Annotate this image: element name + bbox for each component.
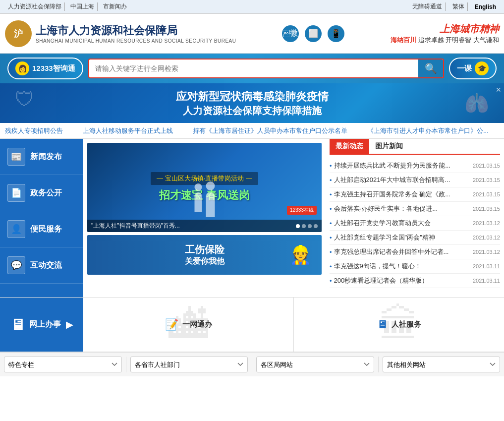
news-date-2: 2021.03.15 <box>473 191 500 197</box>
video-thumbnail[interactable]: — 宝山区大场镇·直播带岗活动 — 招才速宝 春风送岗 12333在线 "上海人… <box>87 143 322 232</box>
hotline-label: 12333智询通 <box>32 64 75 73</box>
service-icon: 👤 <box>7 220 25 238</box>
news-date-8: 2021.03.11 <box>473 278 500 284</box>
chevron-right-icon: ▶ <box>66 319 73 330</box>
english-link[interactable]: English <box>472 3 499 10</box>
header-motto: 上海城市精神 海纳百川 追求卓越 开明睿智 大气谦和 <box>391 22 499 45</box>
shield-icon: 🛡 <box>15 88 40 118</box>
motto-line2: 追求卓越 开明睿智 大气谦和 <box>418 36 499 44</box>
motto-text: 海纳百川 追求卓越 开明睿智 大气谦和 <box>391 36 499 45</box>
nav-item-service[interactable]: 👤 便民服务 <box>0 211 83 247</box>
news-date-3: 2021.03.15 <box>473 206 500 212</box>
logo-subtitle: SHANGHAI MUNICIPAL HUMAN RESOURCES AND S… <box>36 38 236 44</box>
bullet-4: • <box>330 220 332 227</box>
service-block-0[interactable]: 🏙 📝 一网通办 <box>83 298 294 352</box>
video-badge: 12333在线 <box>287 206 317 215</box>
header-social: 微 ⬜ 📱 <box>282 25 344 42</box>
bullet-0: • <box>330 162 332 170</box>
video-caption-text: "上海人社"抖音号直播带岗"首秀... <box>91 222 180 230</box>
dot-4 <box>314 224 318 228</box>
hotline-icon: 👩 <box>15 61 29 75</box>
video-banner-label: — 宝山区大场镇·直播带岗活动 — <box>151 172 258 185</box>
header: 沪 上海市人力资源和社会保障局 SHANGHAI MUNICIPAL HUMAN… <box>0 14 504 54</box>
service-block-1[interactable]: 🏛 🖥 人社服务 <box>294 298 504 352</box>
news-item-6[interactable]: • 李克强总理出席记者会并回答中外记者... 2021.03.12 <box>330 245 500 259</box>
news-date-4: 2021.03.12 <box>473 220 500 226</box>
dropdown-2[interactable]: 各区局网站 <box>256 357 374 372</box>
bullet-2: • <box>330 191 332 198</box>
ad-banner[interactable]: 工伤保险 关爱你我他 👷 <box>87 235 322 275</box>
desktop-icon: 🖥 <box>377 318 388 331</box>
ticker-item-0[interactable]: 残疾人专项招聘公告 <box>5 126 63 135</box>
nav-label-interact: 互动交流 <box>30 260 62 271</box>
wechat-icon[interactable]: ⬜ <box>305 25 322 42</box>
nav-item-news[interactable]: 📰 新闻发布 <box>0 139 83 175</box>
news-date-1: 2021.03.15 <box>473 177 500 183</box>
news-date-5: 2021.03.12 <box>473 235 500 241</box>
yike-label: 一课 <box>457 64 472 73</box>
online-services-nav[interactable]: 🖥 网上办事 ▶ <box>0 298 83 352</box>
hotline-button[interactable]: 👩 12333智询通 <box>7 58 83 79</box>
mobile-icon[interactable]: 📱 <box>328 25 344 42</box>
form-icon: 📝 <box>165 318 178 331</box>
news-list: • 持续开展练兵比武 不断提升为民服务能... 2021.03.15 • 人社部… <box>330 159 500 288</box>
services-bar: 🖥 网上办事 ▶ 🏙 📝 一网通办 🏛 🖥 人社服务 <box>0 298 504 352</box>
search-button[interactable]: 🔍 <box>418 60 443 77</box>
dropdown-wrapper-2: 各区局网站 <box>252 357 379 372</box>
ticker-item-2[interactable]: 持有《上海市居住证》人员申办本市常住户口公示名单 <box>193 126 347 135</box>
topbar-link-1[interactable]: 人力资源社会保障部 <box>5 2 65 11</box>
bullet-1: • <box>330 177 332 184</box>
news-date-6: 2021.03.12 <box>473 249 500 255</box>
dot-2 <box>302 224 306 228</box>
motto-title: 上海城市精神 <box>391 22 499 36</box>
search-input[interactable] <box>89 60 418 77</box>
nav-item-affairs[interactable]: 📄 政务公开 <box>0 175 83 211</box>
news-date-7: 2021.03.11 <box>473 263 500 269</box>
service-label-0: 一网通办 <box>182 320 212 329</box>
nav-label-affairs: 政务公开 <box>30 188 62 198</box>
topbar-link-2[interactable]: 中国上海 <box>67 2 98 11</box>
main-content: 📰 新闻发布 📄 政务公开 👤 便民服务 💬 互动交流 — 宝山区大场镇·直播带… <box>0 139 504 298</box>
banner-text: 应对新型冠状病毒感染肺炎疫情 人力资源社会保障支持保障措施 <box>176 89 329 118</box>
left-nav: 📰 新闻发布 📄 政务公开 👤 便民服务 💬 互动交流 <box>0 139 83 297</box>
yike-button[interactable]: 一课 🎓 <box>449 58 497 79</box>
news-item-2[interactable]: • 李克强主持召开国务院常务会 确定《政... 2021.03.15 <box>330 187 500 202</box>
banner-line2: 人力资源社会保障支持保障措施 <box>176 104 329 118</box>
news-item-4[interactable]: • 人社部召开党史学习教育动员大会 2021.03.12 <box>330 216 500 231</box>
dropdown-1[interactable]: 各省市人社部门 <box>130 357 248 372</box>
news-title-1: 人社部启动2021年大中城市联合招聘高... <box>334 176 469 184</box>
topbar-link-3[interactable]: 市新闻办 <box>100 2 130 11</box>
news-item-3[interactable]: • 会后落实·办好民生实事：各地促进... 2021.03.15 <box>330 202 500 216</box>
news-title-2: 李克强主持召开国务院常务会 确定《政... <box>334 190 469 199</box>
banner-line1: 应对新型冠状病毒感染肺炎疫情 <box>176 89 329 104</box>
service-label-1: 人社服务 <box>392 320 421 329</box>
promo-banner[interactable]: 🛡 应对新型冠状病毒感染肺炎疫情 人力资源社会保障支持保障措施 🫁 ✕ <box>0 83 504 123</box>
news-item-7[interactable]: • 李克强这9句话，提气！暖心！ 2021.03.11 <box>330 259 500 274</box>
ticker-item-1[interactable]: 上海人社移动服务平台正式上线 <box>83 126 173 135</box>
news-item-8[interactable]: • 200秒速看总理记者会（精华版） 2021.03.11 <box>330 274 500 288</box>
news-tab-latest[interactable]: 最新动态 <box>330 139 369 154</box>
ticker-item-3[interactable]: 《上海市引进人才申办本市常住户口》公... <box>367 126 489 135</box>
dropdown-3[interactable]: 其他相关网站 <box>383 357 501 372</box>
bottom-dropdowns: 特色专栏 各省市人社部门 各区局网站 其他相关网站 <box>0 352 504 376</box>
nav-item-interact[interactable]: 💬 互动交流 <box>0 247 83 284</box>
banner-close-button[interactable]: ✕ <box>496 86 502 94</box>
search-bar: 👩 12333智询通 🔍 一课 🎓 <box>0 54 504 83</box>
news-title-3: 会后落实·办好民生实事：各地促进... <box>334 204 469 213</box>
accessibility-link[interactable]: 无障碍通道 <box>409 2 446 11</box>
traditional-link[interactable]: 繁体 <box>449 2 468 11</box>
bullet-3: • <box>330 205 332 213</box>
bullet-6: • <box>330 248 332 256</box>
news-item-5[interactable]: • 人社部党组专题学习全国"两会"精神 2021.03.12 <box>330 231 500 245</box>
dropdown-0[interactable]: 特色专栏 <box>4 357 122 372</box>
news-title-8: 200秒速看总理记者会（精华版） <box>334 276 469 285</box>
video-dots <box>296 224 318 228</box>
news-title-0: 持续开展练兵比武 不断提升为民服务能... <box>334 161 469 170</box>
news-icon: 📰 <box>7 148 25 166</box>
dot-1 <box>296 224 300 228</box>
bullet-5: • <box>330 234 332 241</box>
news-item-0[interactable]: • 持续开展练兵比武 不断提升为民服务能... 2021.03.15 <box>330 159 500 173</box>
news-item-1[interactable]: • 人社部启动2021年大中城市联合招聘高... 2021.03.15 <box>330 173 500 187</box>
weibo-icon[interactable]: 微 <box>282 25 299 42</box>
news-tab-photos[interactable]: 图片新闻 <box>369 139 409 154</box>
